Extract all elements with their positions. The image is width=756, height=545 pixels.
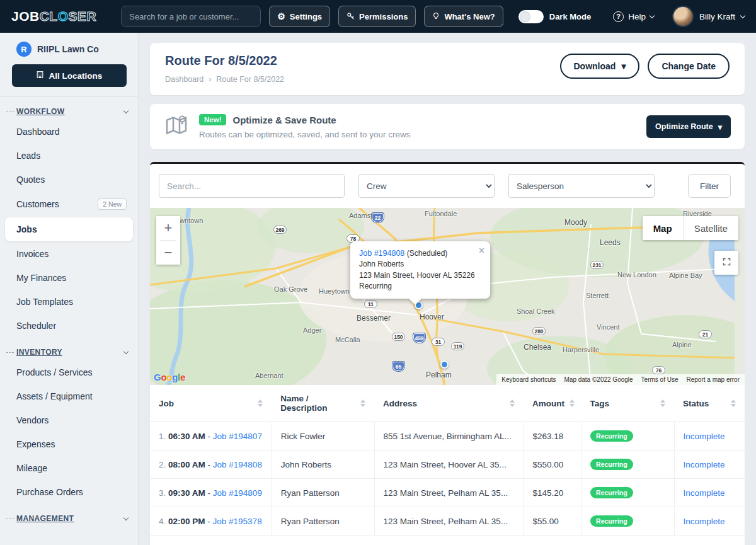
- map-attribution: Keyboard shortcuts Map data ©2022 Google…: [496, 374, 745, 385]
- job-link[interactable]: Job #194807: [213, 432, 262, 441]
- status-link[interactable]: Incomplete: [684, 460, 725, 469]
- column-header-address[interactable]: Address: [374, 385, 524, 422]
- dark-mode-control: Dark Mode: [518, 10, 591, 23]
- column-header-tags[interactable]: Tags: [581, 385, 675, 422]
- map-place-label: Alpine Bay: [669, 272, 702, 279]
- column-header-amount[interactable]: Amount: [524, 385, 581, 422]
- sidebar-section-workflow[interactable]: WORKFLOW: [0, 97, 138, 120]
- sidebar-item-customers[interactable]: Customers 2 New: [0, 192, 138, 217]
- gear-icon: ⚙: [277, 12, 285, 21]
- global-search-input[interactable]: [121, 6, 261, 27]
- map[interactable]: Browntown Adamsville Fultondale Moody Ri…: [150, 208, 745, 385]
- map-place-label: Hoover: [420, 313, 444, 321]
- sidebar-item-mileage[interactable]: Mileage: [0, 456, 138, 480]
- route-shield: 21: [699, 330, 712, 338]
- route-shield: 269: [273, 226, 287, 234]
- sidebar-item-jobs[interactable]: Jobs: [5, 217, 133, 241]
- column-header-job[interactable]: Job: [150, 385, 272, 422]
- breadcrumb-current: Route For 8/5/2022: [216, 75, 284, 84]
- sidebar-item-scheduler[interactable]: Scheduler: [0, 314, 138, 338]
- map-place-label: Sterrett: [586, 292, 609, 299]
- company-logo: R: [16, 42, 32, 57]
- sidebar-item-purchase-orders[interactable]: Purchase Orders: [0, 480, 138, 504]
- logo-o-ring: O: [58, 9, 69, 23]
- sidebar-item-dashboard[interactable]: Dashboard: [0, 120, 138, 144]
- zoom-out-button[interactable]: −: [156, 241, 180, 265]
- info-job-link[interactable]: Job #194808: [359, 249, 404, 258]
- all-locations-button[interactable]: All Locations: [12, 64, 127, 87]
- dark-mode-toggle[interactable]: [518, 10, 544, 23]
- report-error-link[interactable]: Report a map error: [687, 376, 740, 383]
- sidebar-item-leads[interactable]: Leads: [0, 144, 138, 168]
- help-menu[interactable]: ? Help: [613, 11, 654, 22]
- filter-button[interactable]: Filter: [688, 174, 731, 198]
- close-icon[interactable]: ×: [479, 243, 484, 258]
- section-dash: [6, 112, 14, 112]
- fullscreen-button[interactable]: [714, 251, 738, 275]
- sidebar-item-invoices[interactable]: Invoices: [0, 242, 138, 266]
- map-place-label: Adger: [303, 326, 321, 334]
- sidebar-item-products-services[interactable]: Products / Services: [0, 360, 138, 384]
- customer-name: John Roberts: [272, 450, 374, 479]
- interstate-shield: 459: [413, 333, 425, 343]
- help-icon: ?: [613, 11, 624, 22]
- map-type-map-button[interactable]: Map: [643, 216, 683, 240]
- permissions-button[interactable]: Permissions: [338, 6, 416, 27]
- user-menu[interactable]: Billy Kraft: [672, 6, 745, 27]
- job-link[interactable]: Job #195378: [213, 517, 262, 526]
- route-search-input[interactable]: [159, 174, 345, 198]
- status-link[interactable]: Incomplete: [684, 432, 725, 441]
- download-button[interactable]: Download ▾: [560, 54, 640, 79]
- status-link[interactable]: Incomplete: [684, 517, 725, 526]
- job-link[interactable]: Job #194808: [213, 460, 262, 469]
- recurring-tag: Recurring: [590, 430, 633, 442]
- job-amount: $145.20: [524, 479, 581, 507]
- breadcrumb-dashboard-link[interactable]: Dashboard: [165, 75, 203, 84]
- map-info-window: × Job #194808 (Scheduled) John Roberts 1…: [350, 241, 490, 299]
- job-link[interactable]: Job #194809: [213, 488, 262, 498]
- table-row: 3. 09:30 AM - Job #194809 Ryan Patterson…: [150, 479, 745, 507]
- map-place-label: Alpine: [672, 341, 692, 348]
- caret-down-icon: ▾: [718, 122, 722, 132]
- sidebar-item-vendors[interactable]: Vendors: [0, 408, 138, 432]
- sort-icon: [258, 399, 263, 407]
- optimize-route-button[interactable]: Optimize Route ▾: [646, 115, 731, 138]
- map-marker-pelham[interactable]: [440, 360, 449, 369]
- sidebar-section-inventory[interactable]: INVENTORY: [0, 338, 138, 360]
- settings-button[interactable]: ⚙ Settings: [269, 6, 330, 27]
- route-shield: 31: [432, 338, 445, 346]
- chevron-down-icon: [123, 515, 129, 520]
- keyboard-shortcuts-link[interactable]: Keyboard shortcuts: [501, 376, 556, 383]
- table-row: 4. 02:00 PM - Job #195378 Ryan Patterson…: [150, 507, 745, 536]
- map-type-satellite-button[interactable]: Satellite: [683, 216, 738, 240]
- help-label: Help: [628, 12, 646, 21]
- whats-new-button[interactable]: What's New?: [424, 6, 503, 27]
- map-place-label: Hueytown: [319, 287, 350, 295]
- permissions-label: Permissions: [359, 12, 408, 21]
- sidebar-item-quotes[interactable]: Quotes: [0, 168, 138, 192]
- terms-link[interactable]: Terms of Use: [641, 376, 679, 383]
- map-place-label: Moody: [564, 218, 587, 227]
- download-label: Download: [574, 61, 616, 71]
- change-date-button[interactable]: Change Date: [648, 54, 730, 79]
- job-address: 123 Main Street, Pelham AL 35...: [374, 479, 524, 507]
- column-header-status[interactable]: Status: [674, 385, 745, 422]
- sort-icon: [360, 399, 365, 407]
- status-link[interactable]: Incomplete: [684, 488, 725, 498]
- sidebar-item-assets-equipment[interactable]: Assets / Equipment: [0, 384, 138, 408]
- sidebar-item-job-templates[interactable]: Job Templates: [0, 290, 138, 314]
- zoom-in-button[interactable]: +: [156, 216, 180, 240]
- banner-subtitle: Routes can be optimized, saved, and sent…: [199, 130, 410, 139]
- company-switcher[interactable]: R RIIPL Lawn Co: [0, 42, 138, 64]
- breadcrumb-separator: ›: [209, 75, 211, 84]
- sidebar-item-my-finances[interactable]: My Finances: [0, 266, 138, 290]
- sidebar-section-management[interactable]: MANAGEMENT: [0, 504, 138, 527]
- route-shield: 150: [392, 333, 405, 341]
- sidebar-item-expenses[interactable]: Expenses: [0, 432, 138, 456]
- salesperson-select[interactable]: Salesperson: [508, 174, 655, 198]
- table-row: 1. 06:30 AM - Job #194807 Rick Fowler 85…: [150, 422, 745, 450]
- app-logo[interactable]: JOBCLOSER: [11, 9, 96, 24]
- crew-select[interactable]: Crew: [358, 174, 495, 198]
- column-header-name[interactable]: Name / Description: [272, 385, 374, 422]
- route-shield: 11: [364, 300, 377, 308]
